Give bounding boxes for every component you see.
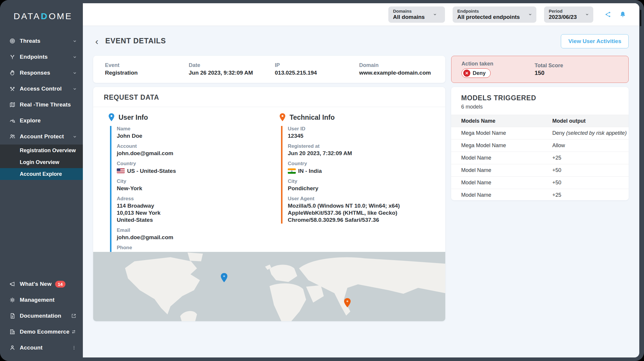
- sidebar-item-demo-ecommerce[interactable]: Demo Ecommerce: [0, 324, 83, 340]
- whats-new-count-badge: 14: [55, 281, 65, 288]
- sidebar-item-account[interactable]: Account: [0, 340, 83, 356]
- field-email: Email john.doe@gmail.com: [117, 227, 270, 241]
- sidebar-item-account-protect[interactable]: Account Protect: [0, 129, 83, 145]
- period-dropdown[interactable]: Period2023/06/23: [544, 6, 593, 23]
- sidebar-item-account-explore[interactable]: Account Explore: [0, 168, 83, 180]
- chevron-down-icon: [73, 39, 77, 43]
- share-icon[interactable]: [604, 11, 612, 18]
- table-row: Model Name +25: [451, 189, 629, 200]
- gear-icon: [9, 296, 16, 303]
- field-label: Date: [189, 62, 253, 68]
- users-icon: [9, 133, 16, 140]
- sidebar-item-label: Demo Ecommerce: [20, 329, 70, 335]
- scrollbar-thumb[interactable]: [640, 10, 641, 26]
- field-label: IP: [275, 62, 317, 68]
- dropdown-value: All domains: [393, 14, 425, 20]
- dropdown-value: All protected endpoints: [457, 14, 520, 20]
- divider: [93, 107, 445, 107]
- total-score-value: 150: [535, 70, 544, 76]
- external-link-icon: [71, 313, 76, 319]
- field-city: City New-York: [117, 178, 270, 192]
- sidebar-item-endpoints[interactable]: Endpoints: [0, 49, 83, 65]
- chart-magnifier-icon: [9, 117, 16, 124]
- sidebar-item-registration-overview[interactable]: Registration Overview: [0, 145, 83, 156]
- field-label: Domain: [359, 62, 431, 68]
- sidebar-item-label: What's New: [20, 281, 52, 287]
- chevron-down-icon: [585, 12, 589, 17]
- map-pin-blue-icon: [108, 113, 115, 122]
- submenu-label: Registration Overview: [20, 147, 76, 154]
- sidebar-item-label: Explore: [20, 117, 41, 124]
- sidebar-item-whats-new[interactable]: What's New 14: [0, 276, 83, 292]
- field-value: www.example-domain.com: [359, 70, 431, 76]
- field-registered-at: Registered at Jun 20 2023, 7:32:09 AM: [288, 143, 441, 157]
- sidebar-item-documentation[interactable]: Documentation: [0, 308, 83, 324]
- technical-info-title: Technical Info: [290, 114, 335, 122]
- models-table: Models Name Model output Mega Model Name…: [451, 115, 629, 200]
- logo-text-pre: DATA: [14, 11, 41, 21]
- date-field: Date Jun 26 2023, 9:32:09 AM: [189, 62, 253, 76]
- dropdown-label: Period: [549, 9, 577, 14]
- action-taken-card: Action taken ✕ Deny Total Score 150: [451, 56, 629, 83]
- dropdown-label: Domains: [393, 9, 425, 14]
- column-header-name: Models Name: [451, 118, 552, 124]
- megaphone-icon: [9, 280, 16, 288]
- sidebar-item-login-overview[interactable]: Login Overview: [0, 156, 83, 168]
- sidebar-item-label: Account: [20, 344, 42, 351]
- logo-d-mark: D: [41, 11, 49, 21]
- sidebar-nav: Threats Endpoints Responses: [0, 33, 83, 180]
- swap-arrows-icon: [71, 329, 76, 334]
- sidebar-item-access-control[interactable]: Access Control: [0, 81, 83, 97]
- deny-x-icon: ✕: [463, 70, 470, 77]
- deny-label: Deny: [473, 70, 486, 76]
- column-header-output: Model output: [552, 118, 629, 124]
- back-button[interactable]: ‹: [95, 36, 98, 47]
- sidebar-item-explore[interactable]: Explore: [0, 113, 83, 129]
- page-header: ‹ EVENT DETAILS View User Activities: [83, 34, 639, 50]
- user-info-section: User Info Name John Doe Account john.doe…: [108, 113, 270, 262]
- topbar: DomainsAll domains EndpointsAll protecte…: [83, 3, 639, 26]
- field-name: Name John Doe: [117, 126, 270, 140]
- sidebar-item-label: Endpoints: [20, 54, 48, 60]
- domain-field: Domain www.example-domain.com: [359, 62, 431, 76]
- event-summary-card: Event Registration Date Jun 26 2023, 9:3…: [93, 56, 445, 83]
- event-field: Event Registration: [105, 62, 138, 76]
- person-icon: [9, 344, 16, 351]
- chevron-down-icon: [73, 55, 77, 59]
- logo-text-post: OME: [49, 11, 72, 21]
- endpoints-dropdown[interactable]: EndpointsAll protected endpoints: [453, 6, 536, 23]
- table-row: Model Name +50: [451, 177, 629, 189]
- models-triggered-card: MODELS TRIGGERED 6 models Models Name Mo…: [451, 87, 629, 200]
- submenu-label: Account Explore: [20, 171, 62, 177]
- domains-dropdown[interactable]: DomainsAll domains: [388, 6, 445, 23]
- sidebar-item-threats[interactable]: Threats: [0, 33, 83, 49]
- kebab-menu-icon[interactable]: [72, 345, 76, 350]
- table-header-row: Models Name Model output: [451, 115, 629, 127]
- view-user-activities-button[interactable]: View User Activities: [561, 34, 629, 48]
- sidebar: DATADOME Threats Endpoints Res: [0, 0, 83, 361]
- chevron-down-icon: [528, 12, 532, 17]
- chevron-down-icon: [73, 134, 77, 139]
- sidebar-item-label: Responses: [20, 70, 50, 76]
- sidebar-item-real-time-threats[interactable]: Real -Time Threats: [0, 97, 83, 113]
- us-flag-icon: [117, 168, 125, 174]
- sidebar-item-label: Management: [20, 297, 55, 303]
- sidebar-item-management[interactable]: Management: [0, 292, 83, 308]
- table-row: Mega Model Name Allow: [451, 140, 629, 152]
- sidebar-item-responses[interactable]: Responses: [0, 65, 83, 81]
- request-data-title: REQUEST DATA: [93, 87, 445, 101]
- world-map-graphic: [93, 252, 445, 321]
- map-pin-technical-location: [343, 298, 352, 309]
- tools-icon: [9, 85, 16, 92]
- map-pin-orange-icon: [279, 113, 286, 122]
- field-country: Country US - United-States: [117, 161, 270, 175]
- user-info-title: User Info: [119, 114, 148, 122]
- field-value: 013.025.215.194: [275, 70, 317, 76]
- chevron-down-icon: [433, 12, 437, 17]
- india-flag-icon: [288, 168, 296, 174]
- split-arrows-icon: [9, 53, 16, 60]
- sidebar-item-label: Real -Time Threats: [20, 101, 71, 108]
- table-row: Model Name +25: [451, 152, 629, 164]
- bell-icon[interactable]: [619, 11, 626, 18]
- field-city: City Pondichery: [288, 178, 441, 192]
